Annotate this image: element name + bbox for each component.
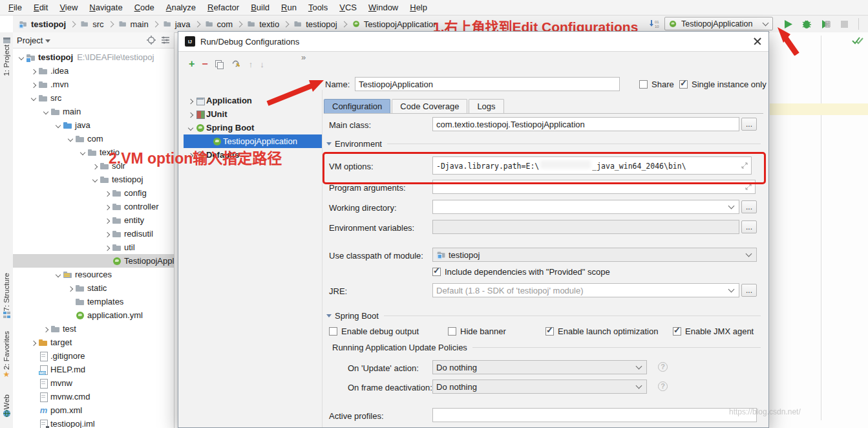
tree-row[interactable]: test bbox=[13, 322, 174, 336]
tree-row[interactable]: target bbox=[13, 336, 174, 349]
tree-row[interactable]: src bbox=[13, 91, 174, 105]
on-frame-deactivation-combo[interactable]: Do nothing bbox=[432, 380, 647, 394]
provided-scope-checkbox[interactable]: Include dependencies with "Provided" sco… bbox=[432, 267, 610, 277]
tab-logs[interactable]: Logs bbox=[469, 99, 503, 114]
menu-item-help[interactable]: Help bbox=[404, 0, 433, 15]
tab-configuration[interactable]: Configuration bbox=[324, 99, 390, 114]
expand-field-icon[interactable] bbox=[745, 184, 752, 190]
chevron-collapsed-icon[interactable] bbox=[41, 326, 50, 332]
chevron-collapsed-icon[interactable] bbox=[103, 231, 112, 237]
single-instance-checkbox[interactable]: Single instance only bbox=[679, 80, 767, 89]
menu-item-vcs[interactable]: VCS bbox=[333, 0, 363, 15]
settings-filter-icon[interactable] bbox=[161, 36, 170, 45]
add-configuration-button[interactable]: + bbox=[189, 58, 195, 70]
main-class-input[interactable]: com.textio.testiopoj.TestiopojApplicatio… bbox=[432, 117, 739, 131]
menu-item-code[interactable]: Code bbox=[129, 0, 160, 15]
stripe-favorites[interactable]: 2: Favorites ★ bbox=[0, 331, 13, 379]
environment-section-header[interactable]: Environment bbox=[326, 139, 761, 149]
tree-row[interactable]: MDHELP.md bbox=[13, 363, 174, 376]
active-profiles-input[interactable] bbox=[432, 408, 757, 422]
menu-item-refactor[interactable]: Refactor bbox=[202, 0, 245, 15]
tab-code-coverage[interactable]: Code Coverage bbox=[392, 99, 467, 114]
remove-configuration-button[interactable]: − bbox=[202, 58, 207, 70]
menu-item-run[interactable]: Run bbox=[275, 0, 302, 15]
spring-boot-section-header[interactable]: Spring Boot bbox=[326, 311, 761, 321]
tree-row[interactable]: testiopoj.iml bbox=[13, 417, 174, 428]
menu-item-window[interactable]: Window bbox=[363, 0, 404, 15]
menu-item-view[interactable]: View bbox=[54, 0, 83, 15]
stop-button[interactable] bbox=[837, 17, 851, 31]
tree-row[interactable]: testiopojE:\IDEAFile\testiopoj bbox=[13, 50, 174, 64]
chevron-collapsed-icon[interactable] bbox=[29, 340, 38, 345]
project-panel-title[interactable]: Project bbox=[17, 36, 43, 45]
help-icon[interactable] bbox=[658, 362, 668, 372]
chevron-collapsed-icon[interactable] bbox=[103, 204, 112, 209]
breadcrumb-item[interactable]: com bbox=[204, 19, 233, 29]
breadcrumb-item[interactable]: testiopoj bbox=[18, 19, 66, 29]
chevron-expanded-icon[interactable] bbox=[66, 137, 75, 141]
tree-row[interactable]: templates bbox=[13, 295, 174, 308]
tree-row[interactable]: .idea bbox=[13, 64, 174, 78]
inspection-ok-icon[interactable] bbox=[851, 36, 864, 45]
springboot-checkbox-3[interactable]: Enable JMX agent bbox=[673, 326, 754, 336]
chevron-expanded-icon[interactable] bbox=[41, 110, 50, 114]
menu-item-analyze[interactable]: Analyze bbox=[160, 0, 202, 15]
run-with-coverage-button[interactable] bbox=[818, 17, 832, 31]
close-icon[interactable] bbox=[753, 37, 762, 46]
run-configuration-select[interactable]: TestiopojApplication bbox=[664, 17, 773, 30]
tree-row[interactable]: JUnit bbox=[184, 107, 322, 121]
chevron-collapsed-icon[interactable] bbox=[90, 164, 100, 169]
sort-numeric-icon[interactable]: 0110 bbox=[648, 17, 660, 31]
share-checkbox[interactable]: Share bbox=[639, 80, 674, 89]
tree-row[interactable]: config bbox=[13, 186, 174, 200]
chevron-expanded-icon[interactable] bbox=[17, 56, 26, 59]
breadcrumb-item[interactable]: testiopoj bbox=[293, 19, 337, 29]
chevron-collapsed-icon[interactable] bbox=[103, 218, 112, 223]
on-update-action-combo[interactable]: Do nothing bbox=[432, 360, 647, 374]
chevron-collapsed-icon[interactable] bbox=[66, 286, 75, 291]
breadcrumb-item[interactable]: TestiopojApplication bbox=[351, 19, 438, 29]
springboot-checkbox-1[interactable]: Hide banner bbox=[448, 326, 506, 336]
tree-row[interactable]: testiopoj bbox=[13, 173, 174, 186]
breadcrumb-item[interactable]: main bbox=[118, 19, 149, 29]
tree-row[interactable]: redisutil bbox=[13, 227, 174, 241]
tree-row[interactable]: main bbox=[13, 105, 174, 118]
environment-variables-browse-button[interactable]: ... bbox=[741, 220, 757, 233]
chevron-collapsed-icon[interactable] bbox=[103, 245, 112, 250]
tree-row[interactable]: .mvn bbox=[13, 78, 174, 91]
more-actions-icon[interactable]: » bbox=[301, 52, 306, 62]
tree-row[interactable]: mpom.xml bbox=[13, 403, 174, 417]
tree-row[interactable]: controller bbox=[13, 200, 174, 213]
classpath-module-combo[interactable]: testiopoj bbox=[432, 248, 757, 262]
tree-row[interactable]: java bbox=[13, 118, 174, 132]
vm-options-input[interactable]: -Djava.library.path=E:\_java_win64_2046\… bbox=[432, 156, 752, 175]
move-down-button[interactable]: ↓ bbox=[260, 59, 264, 69]
tree-row[interactable]: com bbox=[13, 132, 174, 145]
menu-item-build[interactable]: Build bbox=[245, 0, 275, 15]
tree-row[interactable]: mvnw bbox=[13, 376, 174, 390]
chevron-collapsed-icon[interactable] bbox=[29, 69, 38, 74]
chevron-collapsed-icon[interactable] bbox=[186, 112, 195, 117]
tree-row[interactable]: mvnw.cmd bbox=[13, 390, 174, 403]
menu-item-file[interactable]: File bbox=[3, 0, 28, 15]
menu-item-edit[interactable]: Edit bbox=[28, 0, 54, 15]
chevron-expanded-icon[interactable] bbox=[29, 96, 38, 100]
environment-variables-input[interactable] bbox=[432, 220, 739, 234]
chevron-expanded-icon[interactable] bbox=[54, 123, 63, 127]
stripe-structure[interactable]: 7: Structure bbox=[0, 273, 13, 319]
name-input[interactable]: TestiopojApplication bbox=[355, 77, 620, 91]
expand-field-icon[interactable] bbox=[741, 162, 748, 169]
edit-defaults-wrench-icon[interactable] bbox=[231, 59, 241, 69]
jre-browse-button[interactable]: ... bbox=[741, 284, 757, 297]
chevron-collapsed-icon[interactable] bbox=[103, 191, 112, 196]
main-class-browse-button[interactable]: ... bbox=[741, 118, 757, 131]
tree-row[interactable]: static bbox=[13, 281, 174, 295]
tree-row[interactable]: Spring Boot bbox=[184, 121, 322, 134]
copy-configuration-button[interactable] bbox=[215, 60, 224, 69]
springboot-checkbox-2[interactable]: Enable launch optimization bbox=[545, 326, 658, 336]
tree-row[interactable]: .gitignore bbox=[13, 349, 174, 363]
help-icon[interactable] bbox=[658, 381, 668, 391]
editor-area[interactable] bbox=[770, 32, 868, 428]
chevron-collapsed-icon[interactable] bbox=[29, 82, 38, 87]
move-up-button[interactable]: ↑ bbox=[249, 59, 253, 69]
